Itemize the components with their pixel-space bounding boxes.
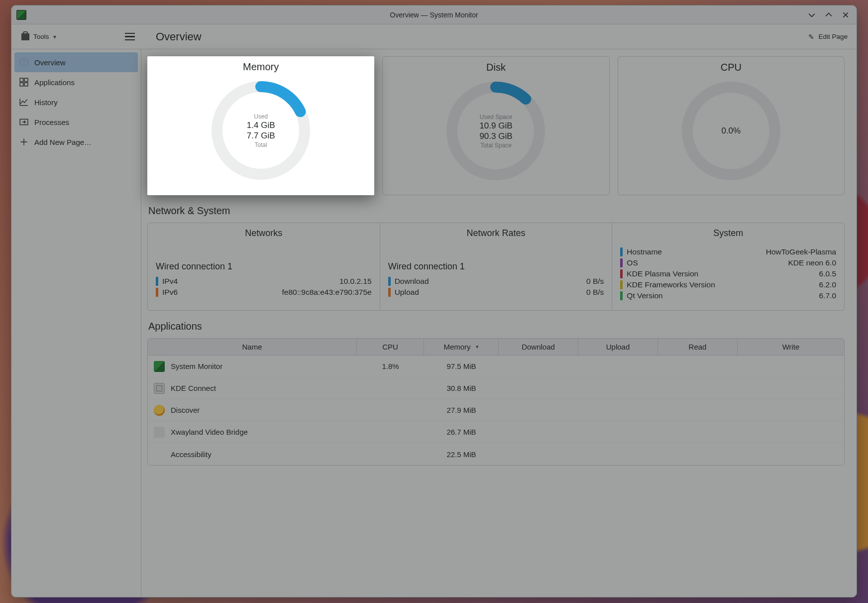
info-key: Upload xyxy=(395,288,419,297)
networks-connection-name: Wired connection 1 xyxy=(156,261,372,272)
column-header-cpu[interactable]: CPU xyxy=(357,339,424,355)
cell-memory: 26.7 MiB xyxy=(424,428,499,436)
app-name: Xwayland Video Bridge xyxy=(171,428,248,436)
memory-total-label: Total xyxy=(254,141,267,148)
sidebar-item-history[interactable]: History xyxy=(14,92,138,112)
sidebar-item-label: Applications xyxy=(34,78,75,87)
memory-used-label: Used xyxy=(254,113,268,120)
sidebar-item-add-page[interactable]: Add New Page… xyxy=(14,132,138,152)
app-icon xyxy=(154,361,165,372)
info-value: KDE neon 6.0 xyxy=(788,258,837,267)
pencil-icon: ✎ xyxy=(808,33,814,41)
info-value: 0 B/s xyxy=(586,277,604,286)
disk-title: Disk xyxy=(486,62,506,73)
hamburger-button[interactable] xyxy=(125,33,135,40)
column-header-name[interactable]: Name xyxy=(148,339,357,355)
app-name: Accessibility xyxy=(171,450,212,459)
info-value: 6.7.0 xyxy=(819,291,836,300)
memory-donut: Used 1.4 GiB 7.7 GiB Total xyxy=(206,76,316,185)
sidebar-item-processes[interactable]: Processes xyxy=(14,112,138,132)
chart-icon xyxy=(19,98,28,107)
info-value: 0 B/s xyxy=(586,288,604,297)
minimize-button[interactable] xyxy=(808,11,816,19)
column-header-read[interactable]: Read xyxy=(658,339,738,355)
cpu-card[interactable]: CPU 0.0% xyxy=(618,56,845,195)
window-titlebar: Overview — System Monitor xyxy=(11,5,857,24)
info-key: KDE Frameworks Version xyxy=(627,280,715,289)
column-header-upload[interactable]: Upload xyxy=(578,339,658,355)
sidebar: ? Overview Applications History Processe… xyxy=(11,49,141,597)
memory-total-value: 7.7 GiB xyxy=(247,131,275,141)
app-name: System Monitor xyxy=(171,362,222,370)
legend-color-bar xyxy=(156,277,158,286)
process-icon xyxy=(19,118,28,126)
svg-rect-0 xyxy=(20,78,23,82)
window-title: Overview — System Monitor xyxy=(11,11,857,19)
app-icon xyxy=(154,405,165,416)
system-title: System xyxy=(620,228,836,239)
close-button[interactable] xyxy=(842,11,850,19)
disk-used-value: 10.9 GiB xyxy=(479,121,512,131)
legend-color-bar xyxy=(620,258,623,267)
info-icon: ? xyxy=(19,58,28,67)
table-row[interactable]: System Monitor 1.8% 97.5 MiB xyxy=(148,356,844,377)
app-icon xyxy=(154,383,165,394)
chevron-down-icon: ▾ xyxy=(53,33,56,40)
column-header-write[interactable]: Write xyxy=(738,339,844,355)
cell-memory: 97.5 MiB xyxy=(424,362,499,370)
info-key: KDE Plasma Version xyxy=(627,269,698,278)
info-row: IPv4 10.0.2.15 xyxy=(156,276,372,287)
applications-table: Name CPU Memory▾ Download Upload Read Wr… xyxy=(147,338,845,466)
column-header-download[interactable]: Download xyxy=(499,339,578,355)
tools-menu-button[interactable]: Tools ▾ xyxy=(16,30,61,43)
info-row: OS KDE neon 6.0 xyxy=(620,257,836,268)
legend-color-bar xyxy=(388,288,391,297)
edit-page-button[interactable]: ✎ Edit Page xyxy=(808,33,848,41)
disk-total-label: Total Space xyxy=(480,142,512,149)
table-row[interactable]: Discover 27.9 MiB xyxy=(148,399,844,421)
toolbar: Tools ▾ Overview ✎ Edit Page xyxy=(11,24,857,49)
sidebar-item-overview[interactable]: ? Overview xyxy=(14,52,138,72)
grid-icon xyxy=(19,78,28,87)
maximize-button[interactable] xyxy=(825,11,833,19)
rates-column: Network Rates Wired connection 1 Downloa… xyxy=(380,223,612,310)
sort-desc-icon: ▾ xyxy=(476,344,479,350)
sidebar-item-applications[interactable]: Applications xyxy=(14,72,138,92)
info-row: IPv6 fe80::9c8a:e43:e790:375e xyxy=(156,287,372,298)
svg-rect-1 xyxy=(24,78,28,82)
cell-memory: 27.9 MiB xyxy=(424,406,499,414)
cpu-value: 0.0% xyxy=(721,126,741,136)
table-row[interactable]: Accessibility 22.5 MiB xyxy=(148,443,844,465)
cell-memory: 30.8 MiB xyxy=(424,384,499,392)
memory-card-highlight: Memory Used 1.4 GiB 7.7 GiB Total xyxy=(147,56,374,195)
info-key: Download xyxy=(395,277,429,286)
info-row: Hostname HowToGeek-Plasma xyxy=(620,246,836,257)
sidebar-item-label: Overview xyxy=(34,58,66,67)
memory-used-value: 1.4 GiB xyxy=(247,121,275,130)
column-header-memory[interactable]: Memory▾ xyxy=(424,339,499,355)
plus-icon xyxy=(19,137,28,146)
info-row: Upload 0 B/s xyxy=(388,287,604,298)
info-key: IPv6 xyxy=(162,288,178,297)
info-row: Qt Version 6.7.0 xyxy=(620,290,836,301)
legend-color-bar xyxy=(620,247,623,256)
legend-color-bar xyxy=(156,288,158,297)
rates-title: Network Rates xyxy=(388,228,604,239)
network-system-heading: Network & System xyxy=(148,205,845,217)
legend-color-bar xyxy=(620,269,623,278)
sidebar-item-label: History xyxy=(34,98,58,107)
info-value: 6.2.0 xyxy=(819,280,836,289)
disk-total-value: 90.3 GiB xyxy=(479,131,512,141)
page-title: Overview xyxy=(156,30,202,43)
info-value: HowToGeek-Plasma xyxy=(766,247,836,256)
info-key: OS xyxy=(627,258,638,267)
table-row[interactable]: KDE Connect 30.8 MiB xyxy=(148,377,844,399)
disk-card[interactable]: Disk Used Space 10.9 GiB 90.3 GiB Total … xyxy=(382,56,609,195)
tools-label: Tools xyxy=(33,33,49,40)
app-name: Discover xyxy=(171,406,200,414)
cpu-donut: 0.0% xyxy=(676,76,786,186)
toolbox-icon xyxy=(21,33,29,40)
table-row[interactable]: Xwayland Video Bridge 26.7 MiB xyxy=(148,421,844,443)
app-icon xyxy=(154,427,165,438)
memory-title: Memory xyxy=(243,61,279,73)
